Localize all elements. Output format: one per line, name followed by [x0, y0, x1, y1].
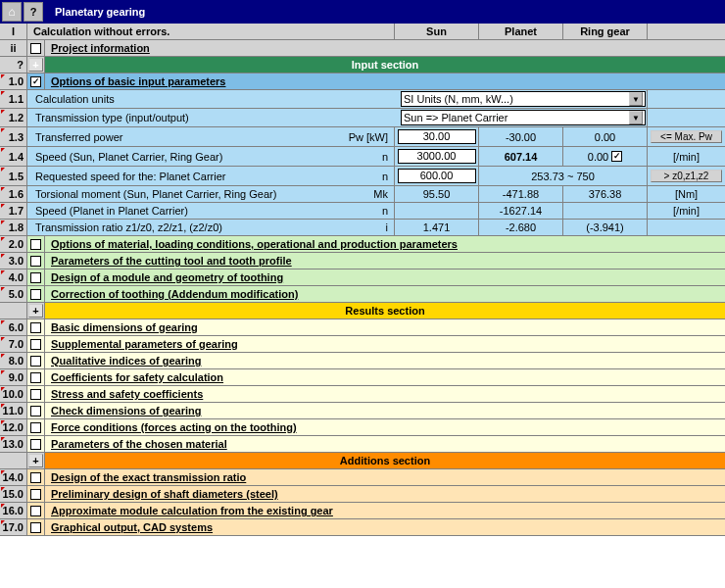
chk-3-0[interactable] — [30, 256, 41, 267]
col-extra — [647, 24, 725, 39]
row-15-0: 15.0Preliminary design of shaft diameter… — [0, 486, 725, 503]
row-1-1: 1.1 Calculation units SI Units (N, mm, k… — [0, 90, 725, 109]
chevron-down-icon: ▼ — [629, 111, 643, 124]
transmission-dropdown[interactable]: Sun => Planet Carrier▼ — [401, 110, 646, 125]
chk-5-0[interactable] — [30, 289, 41, 300]
row-5-0: 5.0Correction of toothing (Addendum modi… — [0, 286, 725, 303]
additions-section-header: + Additions section — [0, 453, 725, 469]
chk-7-0[interactable] — [30, 339, 41, 350]
proj-info-checkbox[interactable] — [30, 43, 41, 54]
row-9-0: 9.0Coefficients for safety calculation — [0, 369, 725, 386]
status-text: Calculation without errors. — [27, 24, 394, 39]
chk-17-0[interactable] — [30, 522, 41, 533]
row-11-0: 11.0Check dimensions of gearing — [0, 403, 725, 419]
speed-sun-input[interactable]: 3000.00 — [398, 149, 476, 164]
chk-12-0[interactable] — [30, 422, 41, 433]
row-14-0: 14.0Design of the exact transmission rat… — [0, 469, 725, 486]
title-bar: ⌂ ? Planetary gearing — [0, 0, 725, 24]
input-section-title: Input section — [45, 57, 725, 73]
app-title: Planetary gearing — [55, 6, 145, 18]
app-icon[interactable]: ⌂ — [2, 2, 22, 22]
row-17-0: 17.0Graphical output, CAD systems — [0, 519, 725, 536]
row-4-0: 4.0Design of a module and geometry of to… — [0, 270, 725, 286]
row-13-0: 13.0Parameters of the chosen material — [0, 436, 725, 453]
row-1-2: 1.2 Transmission type (input/output) Sun… — [0, 109, 725, 127]
chk-11-0[interactable] — [30, 406, 41, 416]
col-ring: Ring gear — [562, 24, 647, 39]
row-1-7: 1.7 Speed (Planet in Planet Carrier) n -… — [0, 203, 725, 220]
row-2-0: 2.0Options of material, loading conditio… — [0, 236, 725, 253]
row-1-0: 1.0 Options of basic input parameters — [0, 74, 725, 90]
chk-6-0[interactable] — [30, 322, 41, 333]
req-speed-input[interactable]: 600.00 — [398, 169, 476, 183]
chk-15-0[interactable] — [30, 489, 41, 500]
status-num: I — [0, 24, 27, 39]
chk-16-0[interactable] — [30, 506, 41, 516]
chk-10-0[interactable] — [30, 389, 41, 400]
results-section-header: + Results section — [0, 303, 725, 319]
chk-9-0[interactable] — [30, 372, 41, 383]
expand-additions-button[interactable]: + — [28, 454, 43, 467]
row-7-0: 7.0Supplemental parameters of gearing — [0, 336, 725, 353]
chk-2-0[interactable] — [30, 239, 41, 250]
chk-1-4[interactable] — [611, 151, 622, 162]
col-planet: Planet — [478, 24, 562, 39]
row-1-3: 1.3 Transferred power Pw [kW] 30.00 -30.… — [0, 127, 725, 147]
row-1-4: 1.4 Speed (Sun, Planet Carrier, Ring Gea… — [0, 147, 725, 167]
row-1-6: 1.6 Torsional moment (Sun, Planet Carrie… — [0, 186, 725, 203]
row-1-8: 1.8 Transmission ratio z1/z0, z2/z1, (z2… — [0, 220, 725, 236]
row-16-0: 16.0Approximate module calculation from … — [0, 503, 725, 519]
max-pw-button[interactable]: <= Max. Pw — [651, 130, 722, 143]
proj-num: ii — [0, 40, 27, 56]
z-button[interactable]: > z0,z1,z2 — [651, 170, 722, 182]
chevron-down-icon: ▼ — [629, 92, 643, 106]
row-12-0: 12.0Force conditions (forces acting on t… — [0, 419, 725, 436]
chk-1-0[interactable] — [30, 76, 41, 87]
chk-13-0[interactable] — [30, 439, 41, 450]
input-section-header: ? + Input section — [0, 57, 725, 74]
expand-results-button[interactable]: + — [28, 304, 43, 318]
proj-info-label: Project information — [45, 40, 725, 56]
units-dropdown[interactable]: SI Units (N, mm, kW...)▼ — [401, 91, 646, 107]
pw-sun-input[interactable]: 30.00 — [398, 129, 476, 144]
col-sun: Sun — [394, 24, 478, 39]
help-icon[interactable]: ? — [24, 2, 43, 22]
chk-4-0[interactable] — [30, 272, 41, 283]
row-10-0: 10.0Stress and safety coefficients — [0, 386, 725, 403]
project-info-row: ii Project information — [0, 40, 725, 57]
header-row: I Calculation without errors. Sun Planet… — [0, 24, 725, 40]
chk-14-0[interactable] — [30, 472, 41, 483]
chk-8-0[interactable] — [30, 356, 41, 367]
row-6-0: 6.0Basic dimensions of gearing — [0, 319, 725, 336]
row-3-0: 3.0Parameters of the cutting tool and to… — [0, 253, 725, 270]
row-1-5: 1.5 Requested speed for the: Planet Carr… — [0, 167, 725, 186]
expand-input-button[interactable]: + — [28, 58, 43, 72]
row-8-0: 8.0Qualitative indices of gearing — [0, 353, 725, 369]
